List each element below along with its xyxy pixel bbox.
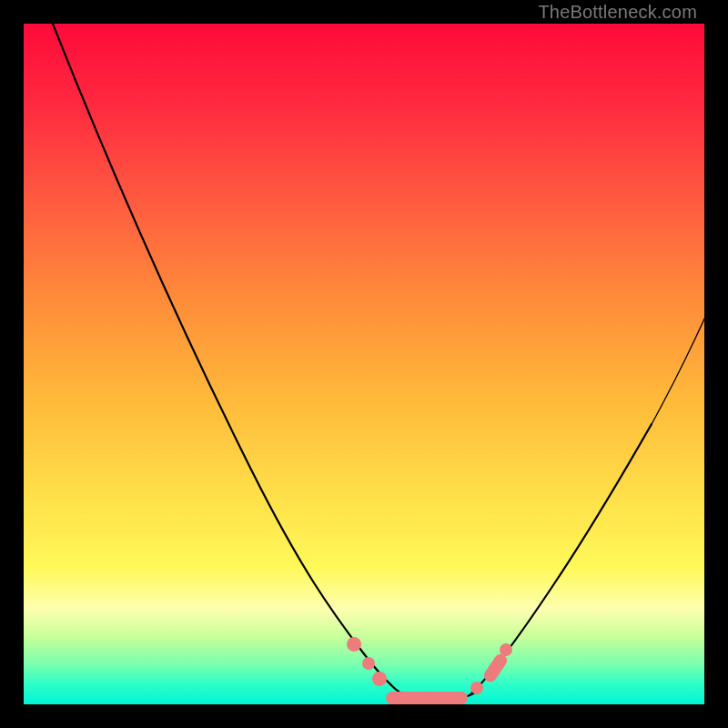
- curve-left-branch: [49, 24, 406, 697]
- valley-markers: [347, 637, 512, 704]
- marker-dot: [470, 682, 483, 694]
- marker-pill: [386, 692, 468, 704]
- marker-pill: [481, 652, 510, 684]
- curve-right-branch-upper: [650, 315, 704, 428]
- plot-area: [24, 24, 704, 704]
- watermark-text: TheBottleneck.com: [538, 2, 697, 23]
- marker-dot: [347, 637, 361, 652]
- marker-dot: [500, 643, 512, 656]
- chart-overlay: [24, 24, 704, 704]
- marker-dot: [372, 672, 387, 686]
- curve-right-branch-lower: [470, 424, 652, 695]
- marker-dot: [362, 657, 375, 670]
- chart-frame: TheBottleneck.com: [0, 0, 728, 728]
